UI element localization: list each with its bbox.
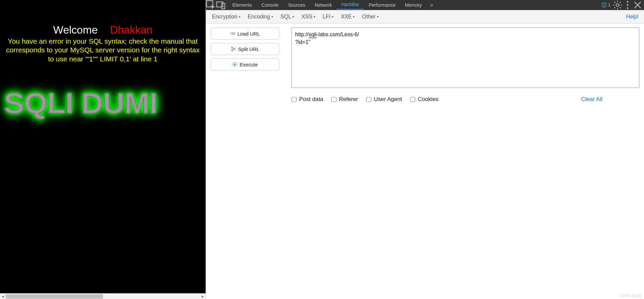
menu-xxe[interactable]: XXE▾	[338, 12, 357, 21]
menu-lfi[interactable]: LFI▾	[320, 12, 336, 21]
tab-performance[interactable]: Performance	[364, 0, 400, 10]
sql-error-message: You have an error in your SQL syntax; ch…	[0, 36, 206, 63]
tab-console[interactable]: Console	[257, 0, 283, 10]
close-devtools-icon[interactable]	[633, 0, 643, 10]
split-url-button[interactable]: Split URL	[211, 43, 279, 55]
clear-all-link[interactable]: Clear All	[581, 96, 602, 103]
kebab-menu-icon[interactable]	[623, 0, 633, 10]
hackbar-menubar: Encryption▾ Encoding▾ SQL▾ XSS▾ LFI▾ XXE…	[206, 10, 644, 23]
svg-rect-5	[604, 6, 604, 6]
url-input[interactable]: http://sqli-labs.com/Less-6/?id=1"	[291, 28, 639, 88]
help-link[interactable]: Help!	[626, 14, 641, 20]
svg-point-7	[627, 1, 629, 3]
play-icon	[232, 62, 237, 67]
tab-sources[interactable]: Sources	[283, 0, 310, 10]
tab-elements[interactable]: Elements	[228, 0, 257, 10]
check-user-agent[interactable]: User Agent	[366, 96, 402, 103]
load-url-button[interactable]: Load URL	[211, 28, 279, 40]
horizontal-scrollbar[interactable]: ◄ ►	[0, 293, 206, 299]
svg-point-12	[231, 47, 233, 48]
scissors-icon	[231, 46, 236, 52]
scroll-left-arrow[interactable]: ◄	[0, 294, 6, 299]
devtools-panel: Elements Console Sources Network HackBar…	[206, 0, 644, 299]
issues-indicator[interactable]: 1	[599, 2, 612, 8]
device-toggle-icon[interactable]	[216, 0, 226, 10]
svg-point-13	[231, 50, 233, 51]
menu-encoding[interactable]: Encoding▾	[245, 12, 276, 21]
hackbar-options-row: Post data Referer User Agent Cookies Cle…	[291, 96, 639, 103]
rendered-page: Welcome Dhakkan You have an error in you…	[0, 0, 206, 299]
check-post-data[interactable]: Post data	[291, 96, 323, 103]
devtools-header: Elements Console Sources Network HackBar…	[206, 0, 644, 10]
issues-count: 1	[608, 2, 610, 7]
execute-button[interactable]: Execute	[211, 58, 279, 70]
tab-hackbar[interactable]: HackBar	[336, 0, 364, 10]
inspect-icon[interactable]	[206, 0, 216, 10]
menu-xss[interactable]: XSS▾	[299, 12, 318, 21]
menu-other[interactable]: Other▾	[359, 12, 381, 21]
sqli-logo-text: SQLI DUMI	[4, 87, 157, 120]
check-cookies[interactable]: Cookies	[410, 96, 438, 103]
tab-network[interactable]: Network	[310, 0, 336, 10]
scroll-right-arrow[interactable]: ►	[200, 294, 206, 299]
svg-rect-4	[604, 4, 604, 5]
scrollbar-thumb[interactable]	[6, 294, 103, 299]
welcome-text: Welcome	[53, 24, 98, 36]
watermark: CSDN @趙枝	[620, 294, 642, 298]
menu-sql[interactable]: SQL▾	[278, 12, 297, 21]
svg-point-8	[627, 4, 629, 6]
menu-encryption[interactable]: Encryption▾	[209, 12, 243, 21]
dhakkan-text: Dhakkan	[110, 24, 152, 36]
more-tabs-icon[interactable]: »	[427, 0, 437, 10]
settings-icon[interactable]	[612, 0, 623, 10]
welcome-heading: Welcome Dhakkan	[0, 24, 206, 36]
devtools-tabs: Elements Console Sources Network HackBar…	[228, 0, 437, 10]
svg-point-11	[231, 33, 232, 34]
scrollbar-track[interactable]	[6, 294, 200, 299]
load-icon	[230, 31, 235, 36]
tab-memory[interactable]: Memory	[400, 0, 427, 10]
check-referer[interactable]: Referer	[331, 96, 358, 103]
hackbar-body: Load URL Split URL Execute http://sqli-l…	[206, 23, 644, 107]
svg-point-6	[616, 3, 619, 6]
svg-point-9	[627, 7, 629, 9]
